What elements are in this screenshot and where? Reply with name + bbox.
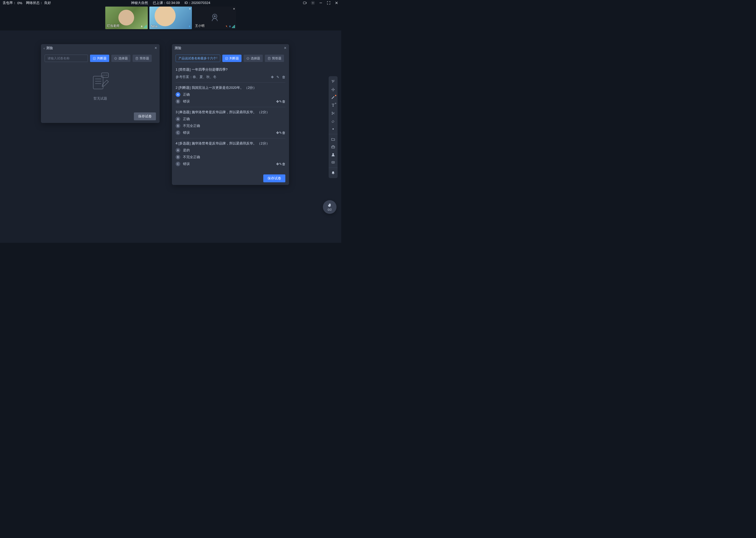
move-icon[interactable]: ✥ [271, 75, 274, 79]
question-option[interactable]: A正确 [176, 92, 285, 97]
save-quiz-button[interactable]: 保存试卷 [134, 112, 156, 120]
empty-state-icon [88, 72, 112, 92]
packet-loss-label: 丢包率： [3, 1, 16, 5]
question-item: 2 [判断题] 我国宪法上一次更新是在2020年。 （2分）A正确B错误✥✎🗑 [176, 83, 285, 107]
back-chevron-icon[interactable]: ‹ [44, 46, 45, 50]
close-icon[interactable]: × [233, 7, 235, 11]
option-letter: B [176, 99, 180, 104]
close-icon[interactable]: × [189, 7, 191, 11]
question-actions: ✥✎🗑 [271, 75, 285, 79]
close-icon[interactable]: × [284, 46, 286, 50]
svg-point-35 [332, 162, 333, 162]
text-tool-icon[interactable]: T [329, 101, 338, 109]
option-letter: B [176, 155, 180, 159]
edit-icon[interactable]: ✎ [276, 75, 279, 79]
move-tool-icon[interactable] [329, 86, 338, 93]
edit-icon[interactable]: ✎ [279, 100, 282, 103]
delete-icon[interactable]: 🗑 [282, 162, 285, 166]
quiz-panel-empty: ‹ 测验 × 判断题 选择题 简答题 [41, 44, 160, 123]
video-tile-student-off[interactable]: × 王小明 [193, 7, 236, 29]
quiz-panel-editing: 测验 × 判断题 选择题 简答题 1 [简答题] 一年四季分别是哪四季?参考答案… [172, 44, 289, 185]
eraser-tool-icon[interactable] [329, 117, 338, 125]
svg-point-29 [332, 112, 333, 113]
network-status-value: 良好 [44, 1, 51, 5]
question-type-judge-button[interactable]: 判断题 [90, 55, 109, 62]
raise-hand-fab[interactable]: 0/2 [323, 200, 337, 214]
delete-icon[interactable]: 🗑 [282, 131, 285, 135]
id-label: ID： [185, 1, 191, 5]
option-label: 错误 [183, 162, 190, 166]
fullscreen-icon[interactable] [327, 1, 331, 5]
video-tile-student[interactable]: × Nina [149, 7, 192, 29]
question-head: 1 [简答题] 一年四季分别是哪四季? [176, 67, 285, 72]
packet-loss-value: 0% [17, 1, 22, 5]
pointer-tool-icon[interactable] [329, 78, 338, 86]
question-option[interactable]: C错误✥✎🗑 [176, 162, 285, 166]
empty-state-text: 暂无试题 [93, 96, 107, 101]
question-list: 1 [简答题] 一年四季分别是哪四季?参考答案：春、夏、秋、冬✥✎🗑2 [判断题… [172, 65, 289, 172]
question-type-choice-button[interactable]: 选择题 [111, 55, 130, 62]
course-title: 神秘大自然 [131, 1, 148, 5]
video-name: Nina [151, 25, 158, 28]
mic-icon [140, 25, 143, 28]
user-tool-icon[interactable] [329, 151, 338, 159]
chat-tool-icon[interactable] [329, 159, 338, 167]
option-label: 错误 [183, 99, 190, 104]
question-option[interactable]: C错误✥✎🗑 [176, 130, 285, 135]
question-head: 2 [判断题] 我国宪法上一次更新是在2020年。 （2分） [176, 85, 285, 90]
svg-point-21 [103, 75, 103, 76]
svg-point-37 [333, 162, 334, 162]
question-answer-row: 参考答案：春、夏、秋、冬✥✎🗑 [176, 75, 285, 79]
move-icon[interactable]: ✥ [276, 162, 279, 166]
bell-tool-icon[interactable] [329, 168, 338, 177]
camera-toggle-icon[interactable] [303, 1, 307, 5]
svg-rect-4 [141, 26, 142, 27]
edit-icon[interactable]: ✎ [279, 162, 282, 166]
svg-point-7 [214, 15, 215, 17]
question-type-choice-button[interactable]: 选择题 [244, 55, 263, 62]
delete-icon[interactable]: 🗑 [282, 75, 285, 79]
settings-gear-icon[interactable] [311, 1, 315, 5]
question-head: 3 [单选题] 施华洛世奇是反华品牌，所以梁鼎琪反华。 （2分） [176, 110, 285, 115]
color-tool-icon[interactable] [329, 125, 338, 133]
video-tile-teacher[interactable]: 叮当老师 [105, 7, 148, 29]
option-letter: C [176, 162, 180, 166]
save-quiz-button[interactable]: 保存试卷 [263, 175, 285, 182]
move-icon[interactable]: ✥ [276, 131, 279, 135]
question-option[interactable]: B不完全正确 [176, 155, 285, 159]
elapsed-label: 已上课： [153, 1, 166, 5]
question-option[interactable]: A正确 [176, 117, 285, 121]
move-icon[interactable]: ✥ [276, 100, 279, 103]
minimize-icon[interactable] [319, 1, 323, 5]
question-type-short-button[interactable]: 简答题 [265, 55, 284, 62]
question-option[interactable]: B不完全正确 [176, 124, 285, 128]
close-window-icon[interactable] [334, 1, 339, 5]
option-letter: C [176, 130, 180, 135]
pen-tool-icon[interactable] [329, 93, 338, 101]
question-type-judge-button[interactable]: 判断题 [222, 55, 242, 62]
svg-point-30 [332, 114, 333, 115]
toolbox-tool-icon[interactable] [329, 143, 338, 151]
question-option[interactable]: B错误✥✎🗑 [176, 99, 285, 104]
svg-point-22 [105, 75, 105, 76]
quiz-name-input[interactable] [45, 55, 88, 62]
mic-icon [229, 25, 231, 28]
option-label: 错误 [183, 130, 190, 135]
question-answer-text: 参考答案：春、夏、秋、冬 [176, 75, 216, 79]
top-status-bar: 丢包率： 0% 网络状态： 良好 神秘大自然 已上课：02:34:09 ID：2… [0, 0, 341, 6]
panel-title: 测验 [174, 46, 181, 50]
delete-icon[interactable]: 🗑 [282, 100, 285, 103]
tool-dock: T [329, 76, 338, 178]
scissors-tool-icon[interactable] [329, 109, 338, 117]
edit-icon[interactable]: ✎ [279, 131, 282, 135]
question-type-short-button[interactable]: 简答题 [132, 55, 152, 62]
quiz-name-input[interactable] [176, 55, 220, 62]
video-strip: 叮当老师 × Nina × 王小明 [0, 6, 341, 30]
close-icon[interactable]: × [155, 46, 157, 50]
id-value: 2020070324 [191, 1, 210, 5]
option-label: 正确 [183, 92, 190, 97]
question-option[interactable]: A是的 [176, 148, 285, 153]
option-label: 不完全正确 [183, 155, 200, 159]
option-letter: B [176, 124, 180, 128]
folder-tool-icon[interactable] [329, 134, 338, 143]
